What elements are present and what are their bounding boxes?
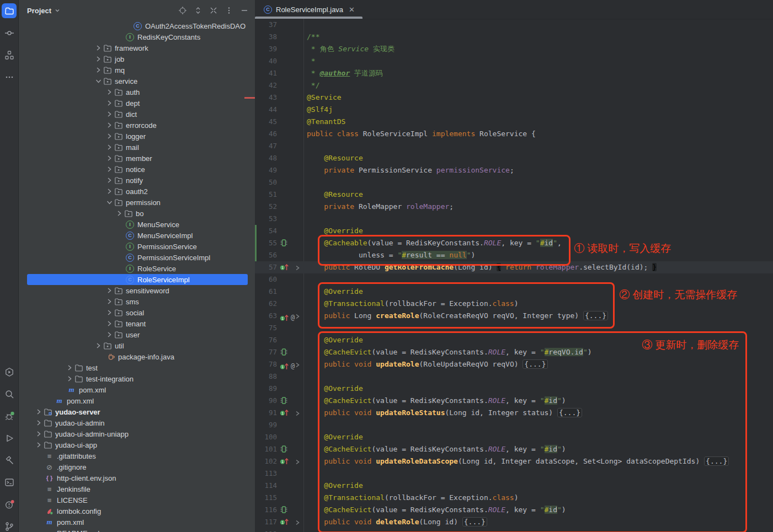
tree-item[interactable]: { }http-client.env.json [19, 472, 255, 483]
chevron-collapsed-icon[interactable] [93, 55, 103, 63]
chevron-collapsed-icon[interactable] [34, 429, 43, 438]
chevron-collapsed-icon[interactable] [34, 418, 43, 427]
code-line[interactable]: 62 @Transactional(rollbackFor = Exceptio… [255, 298, 773, 310]
tree-item[interactable]: user [19, 329, 255, 340]
tree-item[interactable]: yudao-server [19, 406, 255, 417]
line-number[interactable]: 40 [255, 55, 277, 67]
code-line[interactable]: 631@ public Long createRole(RoleCreateRe… [255, 310, 773, 322]
tree-item[interactable]: ≡Jenkinsfile [19, 483, 255, 495]
project-icon[interactable] [2, 3, 17, 18]
line-number[interactable]: 118 [255, 528, 277, 532]
tree-item[interactable]: yudao-ui-admin [19, 417, 255, 428]
tree-item[interactable]: COAuth2AccessTokenRedisDAO [19, 20, 255, 31]
tree-item[interactable]: IRedisKeyConstants [19, 31, 255, 42]
cache-chip-gutter-icon[interactable] [280, 239, 288, 247]
tree-item[interactable]: package-info.java [19, 351, 255, 362]
code-line[interactable]: 56 unless = "#result == null") [255, 249, 773, 261]
code-line[interactable]: 51 @Resource [255, 189, 773, 201]
tree-item[interactable]: IRoleService [19, 263, 255, 274]
problems-icon[interactable] [2, 497, 17, 512]
select-opened-file-icon[interactable] [178, 6, 188, 15]
line-number[interactable]: 52 [255, 201, 277, 213]
line-number[interactable]: 54 [255, 225, 277, 237]
line-number[interactable]: 117 [255, 516, 277, 528]
line-number[interactable]: 53 [255, 213, 277, 225]
code-line[interactable]: 101 @CacheEvict(value = RedisKeyConstant… [255, 443, 773, 455]
line-number[interactable]: 56 [255, 249, 277, 261]
code-line[interactable]: 88 [255, 370, 773, 383]
line-number[interactable]: 101 [255, 443, 277, 455]
chevron-collapsed-icon[interactable] [104, 176, 114, 185]
code-line[interactable]: 99 [255, 419, 773, 431]
chevron-collapsed-icon[interactable] [104, 99, 114, 108]
chevron-collapsed-icon[interactable] [104, 165, 114, 174]
line-number[interactable]: 61 [255, 286, 277, 298]
code-line[interactable]: 1021 public void updateRoleDataScope(Lon… [255, 455, 773, 467]
line-number[interactable]: 76 [255, 334, 277, 346]
tree-item[interactable]: IMenuService [19, 219, 255, 230]
line-number[interactable]: 44 [255, 104, 277, 116]
tree-item[interactable]: job [19, 53, 255, 65]
code-line[interactable]: 116 @CacheEvict(value = RedisKeyConstant… [255, 504, 773, 516]
code-line[interactable]: 46public class RoleServiceImpl implement… [255, 128, 773, 140]
line-number[interactable]: 100 [255, 431, 277, 443]
chevron-collapsed-icon[interactable] [104, 154, 114, 163]
tree-item[interactable]: framework [19, 42, 255, 53]
chevron-collapsed-icon[interactable] [65, 363, 74, 372]
line-number[interactable]: 99 [255, 419, 277, 431]
tree-item[interactable]: util [19, 340, 255, 351]
code-line[interactable]: 781@ public void updateRole(RoleUpdateRe… [255, 358, 773, 370]
chevron-collapsed-icon[interactable] [34, 440, 43, 449]
bean-override-gutter-icon[interactable]: 1 [280, 314, 290, 322]
tree-item[interactable]: ⊘.gitignore [19, 461, 255, 472]
project-panel-title[interactable]: Project [27, 7, 51, 15]
tree-item[interactable]: social [19, 307, 255, 318]
cache-chip-gutter-icon[interactable] [280, 445, 288, 453]
line-number[interactable]: 89 [255, 383, 277, 395]
line-number[interactable]: 88 [255, 370, 277, 383]
code-line[interactable]: 911 public void updateRoleStatus(Long id… [255, 407, 773, 419]
code-line[interactable]: 118 [255, 528, 773, 532]
code-line[interactable]: 76 @Override [255, 334, 773, 346]
code-line[interactable]: 45@TenantDS [255, 116, 773, 128]
line-number[interactable]: 50 [255, 176, 277, 189]
code-line[interactable]: 39 * 角色 Service 实现类 [255, 43, 773, 55]
services-icon[interactable] [2, 364, 17, 379]
bean-override-gutter-icon[interactable]: 1 [280, 518, 290, 526]
chevron-collapsed-icon[interactable] [34, 407, 43, 416]
debug-icon[interactable] [2, 409, 17, 423]
code-line[interactable]: 38/** [255, 31, 773, 43]
line-number[interactable]: 49 [255, 164, 277, 176]
search-icon[interactable] [2, 386, 17, 401]
tree-item[interactable]: mpom.xml [19, 517, 255, 528]
code-line[interactable]: 49 private PermissionService permissionS… [255, 164, 773, 176]
chevron-collapsed-icon[interactable] [104, 88, 114, 96]
chevron-collapsed-icon[interactable] [104, 187, 114, 196]
tree-item[interactable]: sms [19, 296, 255, 307]
line-number[interactable]: 38 [255, 31, 277, 43]
tree-item[interactable]: mpom.xml [19, 384, 255, 395]
tree-item[interactable]: dept [19, 98, 255, 109]
line-number[interactable]: 51 [255, 189, 277, 201]
line-number[interactable]: 46 [255, 128, 277, 140]
line-number[interactable]: 77 [255, 346, 277, 358]
code-line[interactable]: 43@Service [255, 92, 773, 104]
chevron-collapsed-icon[interactable] [104, 132, 114, 141]
line-number[interactable]: 43 [255, 92, 277, 104]
code-line[interactable]: 41 * @author 芋道源码 [255, 67, 773, 79]
line-number[interactable]: 55 [255, 237, 277, 249]
structure-icon[interactable] [2, 47, 17, 62]
chevron-collapsed-icon[interactable] [104, 286, 114, 295]
tree-item[interactable]: ≡README.md [19, 528, 255, 532]
line-number[interactable]: 62 [255, 298, 277, 310]
chevron-expanded-icon[interactable] [93, 77, 103, 85]
line-number[interactable]: 48 [255, 152, 277, 164]
more-tool-windows-icon[interactable] [2, 69, 17, 84]
tree-item[interactable]: test-integration [19, 373, 255, 384]
tree-item[interactable]: test [19, 362, 255, 373]
chevron-down-icon[interactable] [54, 7, 61, 14]
code-line[interactable]: 53 [255, 213, 773, 225]
code-line[interactable]: 100 @Override [255, 431, 773, 443]
bean-override-gutter-icon[interactable]: 1 [280, 263, 290, 271]
tree-item[interactable]: CRoleServiceImpl [19, 274, 255, 285]
